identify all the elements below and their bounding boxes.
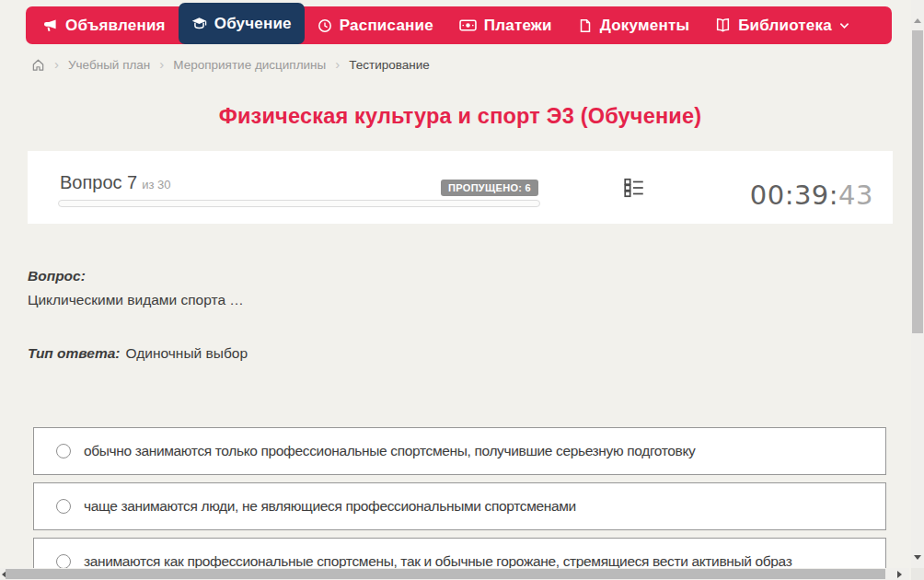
answer-type: Тип ответа:Одиночный выбор bbox=[28, 345, 248, 362]
vertical-scrollbar-thumb[interactable] bbox=[912, 30, 923, 333]
timer-seconds: 43 bbox=[838, 180, 873, 211]
skipped-badge: ПРОПУЩЕНО: 6 bbox=[441, 180, 538, 196]
nav-item-label: Обучение bbox=[214, 15, 292, 33]
nav-item-label: Документы bbox=[600, 17, 689, 35]
nav-item-label: Расписание bbox=[340, 17, 433, 35]
breadcrumb-link-discipline-event[interactable]: Мероприятие дисциплины bbox=[173, 58, 326, 72]
radio-icon[interactable] bbox=[56, 444, 71, 458]
scroll-right-icon[interactable] bbox=[897, 571, 902, 578]
question-number: Вопрос 7из 30 bbox=[60, 172, 171, 193]
breadcrumb-current: Тестирование bbox=[349, 58, 430, 72]
nav-item-documents[interactable]: Документы bbox=[565, 6, 702, 44]
radio-icon[interactable] bbox=[56, 499, 71, 514]
answer-options: обычно занимаются только профессиональны… bbox=[33, 427, 886, 580]
answer-option-label: обычно занимаются только профессиональны… bbox=[84, 443, 696, 459]
timer-hours-minutes: 00:39: bbox=[750, 180, 838, 211]
cash-icon bbox=[459, 18, 477, 32]
chevron-down-icon bbox=[839, 22, 849, 29]
main-nav: Объявления Обучение Расписание Платежи Д… bbox=[26, 6, 892, 44]
nav-item-learning[interactable]: Обучение bbox=[179, 3, 305, 44]
answer-option[interactable]: обычно занимаются только профессиональны… bbox=[33, 427, 886, 475]
nav-item-label: Объявления bbox=[65, 17, 166, 35]
nav-item-label: Библиотека bbox=[738, 17, 832, 35]
book-icon bbox=[715, 17, 731, 33]
progress-bar bbox=[58, 200, 540, 207]
vertical-scrollbar[interactable] bbox=[911, 0, 924, 580]
radio-icon[interactable] bbox=[56, 554, 71, 569]
chevron-right-icon: › bbox=[54, 57, 59, 71]
megaphone-icon bbox=[43, 18, 58, 33]
nav-item-library[interactable]: Библиотека bbox=[702, 6, 862, 44]
test-page: Объявления Обучение Расписание Платежи Д… bbox=[0, 0, 924, 580]
nav-item-label: Платежи bbox=[484, 17, 552, 35]
answer-option-label: чаще занимаются люди, не являющиеся проф… bbox=[84, 498, 576, 515]
question-label: Вопрос: bbox=[28, 268, 86, 284]
clock-icon bbox=[318, 18, 332, 33]
horizontal-scrollbar-thumb[interactable] bbox=[6, 569, 885, 579]
document-icon bbox=[578, 18, 593, 33]
checklist-icon[interactable] bbox=[622, 176, 646, 200]
nav-item-schedule[interactable]: Расписание bbox=[305, 6, 446, 44]
question-card: Вопрос 7из 30 ПРОПУЩЕНО: 6 00:39:43 bbox=[28, 151, 893, 224]
horizontal-scrollbar[interactable] bbox=[0, 568, 909, 580]
nav-item-announcements[interactable]: Объявления bbox=[30, 6, 179, 44]
home-icon[interactable] bbox=[31, 58, 45, 72]
breadcrumb-link-curriculum[interactable]: Учебный план bbox=[68, 58, 150, 72]
question-total-label: из 30 bbox=[142, 178, 170, 191]
graduation-cap-icon bbox=[191, 16, 207, 31]
question-number-label: Вопрос 7 bbox=[60, 172, 137, 192]
chevron-right-icon: › bbox=[159, 57, 164, 71]
question-text: Циклическими видами спорта … bbox=[28, 292, 244, 308]
breadcrumb: › Учебный план › Мероприятие дисциплины … bbox=[31, 58, 430, 72]
nav-item-payments[interactable]: Платежи bbox=[446, 6, 565, 44]
answer-option[interactable]: чаще занимаются люди, не являющиеся проф… bbox=[33, 482, 886, 530]
scroll-up-icon[interactable] bbox=[914, 18, 921, 23]
answer-type-value: Одиночный выбор bbox=[126, 345, 248, 361]
page-title: Физическая культура и спорт Э3 (Обучение… bbox=[28, 104, 893, 129]
scrollbar-corner bbox=[911, 568, 924, 580]
answer-type-label: Тип ответа: bbox=[28, 345, 121, 361]
scroll-down-icon[interactable] bbox=[914, 555, 921, 560]
timer: 00:39:43 bbox=[750, 180, 873, 211]
chevron-right-icon: › bbox=[335, 57, 340, 71]
